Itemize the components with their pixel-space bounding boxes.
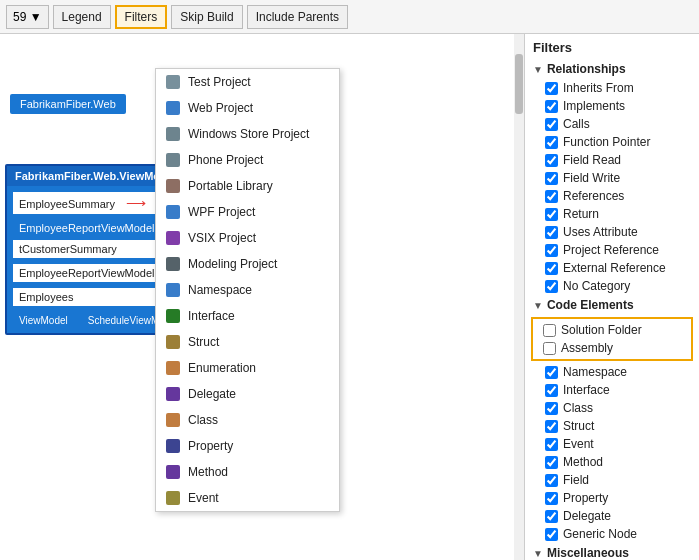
checkbox-ce-class[interactable] (545, 402, 558, 415)
filters-button[interactable]: Filters (115, 5, 168, 29)
label-external-reference[interactable]: External Reference (563, 261, 666, 275)
interface-icon (164, 307, 182, 325)
main-area: FabrikamFiber.Web FabrikamFiber.Web.View… (0, 34, 699, 560)
checkbox-no-category[interactable] (545, 280, 558, 293)
checkbox-references[interactable] (545, 190, 558, 203)
label-ce-field[interactable]: Field (563, 473, 589, 487)
node-viewmodel[interactable]: ViewModel (13, 312, 74, 329)
menu-item-label-windows-store: Windows Store Project (188, 127, 309, 141)
scrollbar-thumb[interactable] (515, 54, 523, 114)
svg-rect-0 (166, 75, 180, 89)
menu-item-property[interactable]: Property (156, 433, 339, 459)
checkbox-ce-struct[interactable] (545, 420, 558, 433)
checkbox-inherits-from[interactable] (545, 82, 558, 95)
relationships-arrow: ▼ (533, 64, 543, 75)
checkbox-ce-delegate[interactable] (545, 510, 558, 523)
filter-item-ce-delegate: Delegate (525, 507, 699, 525)
label-ce-property[interactable]: Property (563, 491, 608, 505)
menu-item-label-test-project: Test Project (188, 75, 251, 89)
checkbox-return[interactable] (545, 208, 558, 221)
menu-item-windows-store[interactable]: Windows Store Project (156, 121, 339, 147)
filter-item-ce-namespace: Namespace (525, 363, 699, 381)
checkbox-ce-method[interactable] (545, 456, 558, 469)
enumeration-icon (164, 359, 182, 377)
zoom-level[interactable]: 59 ▼ (6, 5, 49, 29)
code-elements-header[interactable]: ▼ Code Elements (525, 295, 699, 315)
menu-item-modeling-project[interactable]: Modeling Project (156, 251, 339, 277)
label-inherits-from[interactable]: Inherits From (563, 81, 634, 95)
legend-button[interactable]: Legend (53, 5, 111, 29)
checkbox-assembly[interactable] (543, 342, 556, 355)
filter-item-calls: Calls (525, 115, 699, 133)
menu-item-test-project[interactable]: Test Project (156, 69, 339, 95)
menu-item-label-namespace: Namespace (188, 283, 252, 297)
label-ce-interface[interactable]: Interface (563, 383, 610, 397)
checkbox-project-reference[interactable] (545, 244, 558, 257)
checkbox-field-read[interactable] (545, 154, 558, 167)
filter-item-inherits-from: Inherits From (525, 79, 699, 97)
diagram-scrollbar[interactable] (514, 34, 524, 560)
checkbox-ce-field[interactable] (545, 474, 558, 487)
checkbox-field-write[interactable] (545, 172, 558, 185)
menu-item-delegate[interactable]: Delegate (156, 381, 339, 407)
miscellaneous-header[interactable]: ▼ Miscellaneous (525, 543, 699, 560)
menu-item-method[interactable]: Method (156, 459, 339, 485)
menu-item-portable-library[interactable]: Portable Library (156, 173, 339, 199)
node-web[interactable]: FabrikamFiber.Web (10, 94, 126, 114)
svg-rect-4 (166, 179, 180, 193)
menu-item-class[interactable]: Class (156, 407, 339, 433)
menu-item-phone-project[interactable]: Phone Project (156, 147, 339, 173)
label-ce-delegate[interactable]: Delegate (563, 509, 611, 523)
checkbox-calls[interactable] (545, 118, 558, 131)
skip-build-button[interactable]: Skip Build (171, 5, 242, 29)
label-calls[interactable]: Calls (563, 117, 590, 131)
filter-item-function-pointer: Function Pointer (525, 133, 699, 151)
menu-item-enumeration[interactable]: Enumeration (156, 355, 339, 381)
checkbox-ce-namespace[interactable] (545, 366, 558, 379)
checkbox-solution-folder[interactable] (543, 324, 556, 337)
menu-item-wpf-project[interactable]: WPF Project (156, 199, 339, 225)
checkbox-implements[interactable] (545, 100, 558, 113)
label-field-read[interactable]: Field Read (563, 153, 621, 167)
label-uses-attribute[interactable]: Uses Attribute (563, 225, 638, 239)
label-solution-folder[interactable]: Solution Folder (561, 323, 642, 337)
label-ce-generic-node[interactable]: Generic Node (563, 527, 637, 541)
menu-item-namespace[interactable]: Namespace (156, 277, 339, 303)
menu-item-interface[interactable]: Interface (156, 303, 339, 329)
filter-item-ce-field: Field (525, 471, 699, 489)
label-references[interactable]: References (563, 189, 624, 203)
label-ce-namespace[interactable]: Namespace (563, 365, 627, 379)
svg-rect-12 (166, 387, 180, 401)
context-menu-scroll[interactable]: Test ProjectWeb ProjectWindows Store Pro… (156, 69, 339, 511)
checkbox-ce-interface[interactable] (545, 384, 558, 397)
checkbox-uses-attribute[interactable] (545, 226, 558, 239)
label-ce-method[interactable]: Method (563, 455, 603, 469)
menu-item-event[interactable]: Event (156, 485, 339, 511)
filter-item-ce-struct: Struct (525, 417, 699, 435)
checkbox-external-reference[interactable] (545, 262, 558, 275)
label-ce-class[interactable]: Class (563, 401, 593, 415)
menu-item-web-project[interactable]: Web Project (156, 95, 339, 121)
menu-item-struct[interactable]: Struct (156, 329, 339, 355)
label-ce-event[interactable]: Event (563, 437, 594, 451)
checkbox-function-pointer[interactable] (545, 136, 558, 149)
label-return[interactable]: Return (563, 207, 599, 221)
relationships-header[interactable]: ▼ Relationships (525, 59, 699, 79)
code-element-items: NamespaceInterfaceClassStructEventMethod… (525, 363, 699, 543)
menu-item-vsix-project[interactable]: VSIX Project (156, 225, 339, 251)
label-assembly[interactable]: Assembly (561, 341, 613, 355)
svg-rect-6 (166, 231, 180, 245)
checkbox-ce-event[interactable] (545, 438, 558, 451)
filter-item-field-write: Field Write (525, 169, 699, 187)
label-function-pointer[interactable]: Function Pointer (563, 135, 650, 149)
label-project-reference[interactable]: Project Reference (563, 243, 659, 257)
filter-item-ce-generic-node: Generic Node (525, 525, 699, 543)
label-implements[interactable]: Implements (563, 99, 625, 113)
label-no-category[interactable]: No Category (563, 279, 630, 293)
checkbox-ce-generic-node[interactable] (545, 528, 558, 541)
checkbox-ce-property[interactable] (545, 492, 558, 505)
include-parents-button[interactable]: Include Parents (247, 5, 348, 29)
label-ce-struct[interactable]: Struct (563, 419, 594, 433)
label-field-write[interactable]: Field Write (563, 171, 620, 185)
svg-rect-5 (166, 205, 180, 219)
